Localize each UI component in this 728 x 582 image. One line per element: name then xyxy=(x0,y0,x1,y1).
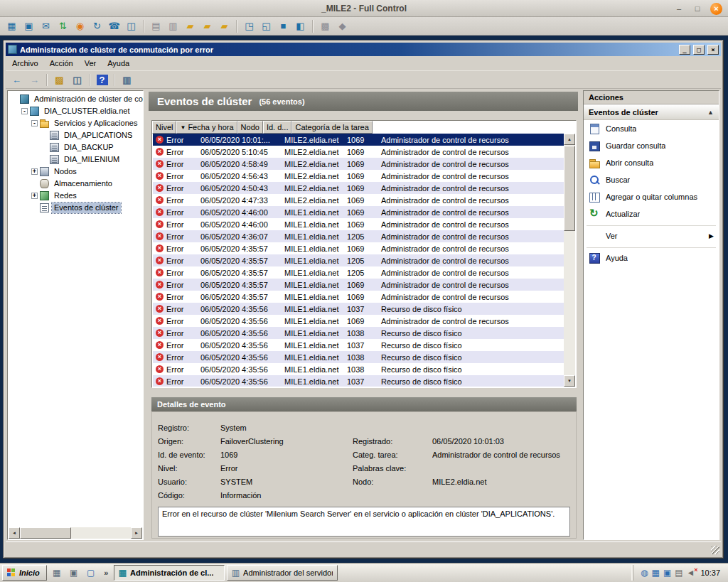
ver-menu[interactable]: Ver ▶ xyxy=(584,227,719,244)
viewer-close-button[interactable]: × xyxy=(710,3,722,15)
event-row[interactable]: Error 06/05/2020 4:35:56 MILE1.eldia.net… xyxy=(153,339,564,351)
tree-item[interactable]: Administración de clúster de conmu xyxy=(10,93,143,105)
event-row[interactable]: Error 06/05/2020 4:56:43 MILE2.eldia.net… xyxy=(153,170,564,182)
actions-group-header[interactable]: Eventos de clúster ▲ xyxy=(584,104,719,120)
event-row[interactable]: Error 06/05/2020 4:50:43 MILE2.eldia.net… xyxy=(153,182,564,194)
event-row[interactable]: Error 06/05/2020 4:35:56 MILE1.eldia.net… xyxy=(153,303,564,315)
column-header[interactable]: Nivel xyxy=(152,121,176,134)
column-header[interactable]: Categoría de la tarea xyxy=(291,121,372,134)
start-button[interactable]: Inicio xyxy=(2,565,47,581)
guardar-consulta-button[interactable]: Guardar consulta xyxy=(584,137,719,154)
column-header[interactable]: Nodo xyxy=(237,121,263,134)
event-row[interactable]: Error 06/05/2020 4:35:57 MILE1.eldia.net… xyxy=(153,266,564,279)
folder-lock-icon[interactable]: ▰ xyxy=(199,18,215,33)
power-icon[interactable]: ◉ xyxy=(72,18,88,33)
tree-item[interactable]: Redes xyxy=(10,190,143,202)
tree-expander[interactable] xyxy=(31,193,38,199)
scroll-up-icon[interactable] xyxy=(564,134,575,145)
export-list-icon[interactable]: ▨ xyxy=(51,72,68,87)
tree-item[interactable]: Eventos de clúster xyxy=(10,202,143,214)
security-shield-icon[interactable]: ◍ xyxy=(641,568,648,577)
printer-icon[interactable]: ▤ xyxy=(675,568,682,577)
tree-item[interactable]: Nodos xyxy=(10,166,143,178)
event-row[interactable]: Error 06/05/2020 4:35:56 MILE1.eldia.net… xyxy=(153,351,564,363)
tree-expander[interactable] xyxy=(31,168,38,175)
maximize-button[interactable]: □ xyxy=(693,45,705,55)
folder-open-icon[interactable]: ▰ xyxy=(182,18,198,33)
event-row[interactable]: Error 06/05/2020 4:35:57 MILE1.eldia.net… xyxy=(153,291,564,303)
tree-expander[interactable] xyxy=(31,120,38,126)
chat-icon[interactable]: ◫ xyxy=(123,18,139,33)
actualizar-button[interactable]: Actualizar xyxy=(584,205,719,222)
event-row[interactable]: Error 06/05/2020 4:35:56 MILE1.eldia.net… xyxy=(153,375,564,387)
clipboard-up-icon[interactable]: ▤ xyxy=(148,18,164,33)
close-button[interactable]: × xyxy=(707,45,719,55)
remote-viewer-icon[interactable]: ▦ xyxy=(49,566,65,580)
tree-item[interactable]: DIA_APLICATIONS xyxy=(10,129,143,141)
scroll-down-icon[interactable] xyxy=(564,375,575,387)
tree-item[interactable]: Servicios y Aplicaciones xyxy=(10,117,143,129)
network-places-icon[interactable]: ▣ xyxy=(66,566,82,580)
network-computers-icon[interactable]: ▦ xyxy=(652,568,660,577)
scroll-right-icon[interactable] xyxy=(131,527,142,539)
viewer-minimize-button[interactable]: – xyxy=(673,3,685,14)
viewer-maximize-button[interactable]: □ xyxy=(692,3,703,14)
window-titlebar[interactable]: Administración de clúster de conmutación… xyxy=(6,43,721,56)
back-icon[interactable]: ← xyxy=(9,72,25,87)
menu-item[interactable]: Acción xyxy=(44,57,79,70)
volume-muted-icon[interactable]: ◄ xyxy=(687,568,695,577)
event-row[interactable]: Error 06/05/2020 4:35:57 MILE1.eldia.net… xyxy=(153,279,564,291)
expand-screen-icon[interactable]: ◱ xyxy=(258,18,274,33)
monitor-mail-icon[interactable]: ✉ xyxy=(38,18,54,33)
menu-item[interactable]: Archivo xyxy=(6,57,44,70)
event-row[interactable]: Error 06/05/2020 4:35:57 MILE1.eldia.net… xyxy=(153,242,564,254)
fullscreen-icon[interactable]: ■ xyxy=(275,18,291,33)
tree-item[interactable]: Almacenamiento xyxy=(10,178,143,190)
event-row[interactable]: Error 06/05/2020 4:35:56 MILE1.eldia.net… xyxy=(153,315,564,327)
sync-icon[interactable]: ↻ xyxy=(89,18,105,33)
event-row[interactable]: Error 06/05/2020 4:58:49 MILE2.eldia.net… xyxy=(153,158,564,170)
help-icon[interactable]: ? xyxy=(94,72,110,87)
event-row[interactable]: Error 06/05/2020 4:35:56 MILE1.eldia.net… xyxy=(153,363,564,375)
event-row[interactable]: Error 06/05/2020 5:10:45 MILE2.eldia.net… xyxy=(153,146,564,158)
event-row[interactable]: Error 06/05/2020 4:47:33 MILE2.eldia.net… xyxy=(153,194,564,206)
taskbar-button-server-manager[interactable]: ▥ Administrador del servidor xyxy=(227,565,338,581)
menu-item[interactable]: Ver xyxy=(79,57,102,70)
menu-item[interactable]: Ayuda xyxy=(102,57,135,70)
consulta-button[interactable]: Consulta xyxy=(584,120,719,137)
tree-item[interactable]: DIA_MILENIUM xyxy=(10,153,143,166)
ayuda-button[interactable]: Ayuda xyxy=(584,249,719,266)
select-region-icon[interactable]: ◳ xyxy=(241,18,257,33)
event-row[interactable]: Error 06/05/2020 4:46:00 MILE1.eldia.net… xyxy=(153,218,564,230)
collapse-icon[interactable]: ▲ xyxy=(707,109,714,116)
scrollbar-thumb[interactable] xyxy=(20,527,71,539)
console-tree-icon[interactable]: ◫ xyxy=(69,72,85,87)
clipboard-down-icon[interactable]: ▥ xyxy=(165,18,181,33)
show-desktop-icon[interactable]: ▢ xyxy=(83,566,99,580)
buscar-button[interactable]: Buscar xyxy=(584,171,719,188)
panes-icon[interactable]: ▥ xyxy=(119,72,135,87)
lan-status-icon[interactable]: ▣ xyxy=(663,568,671,577)
event-row[interactable]: Error 06/05/2020 4:36:07 MILE1.eldia.net… xyxy=(153,230,564,242)
scroll-left-icon[interactable] xyxy=(9,527,20,539)
forward-icon[interactable]: → xyxy=(26,72,43,87)
tree-expander[interactable] xyxy=(21,108,28,114)
taskbar-button-cluster-admin[interactable]: ▦ Administración de cl... xyxy=(114,565,225,581)
tree-item[interactable]: DIA_CLUSTER.eldia.net xyxy=(10,105,143,117)
minimize-button[interactable]: _ xyxy=(679,45,690,55)
phone-icon[interactable]: ☎ xyxy=(106,18,122,33)
agregar-quitar-columnas-button[interactable]: Agregar o quitar columnas xyxy=(584,188,719,205)
tools-icon[interactable]: ◆ xyxy=(334,18,350,33)
event-message[interactable]: Error en el recurso de clúster 'Milenium… xyxy=(158,507,570,537)
file-transfer-icon[interactable]: ⇅ xyxy=(55,18,71,33)
abrir-consulta-button[interactable]: Abrir consulta xyxy=(584,154,719,171)
tree-horizontal-scrollbar[interactable] xyxy=(9,527,142,539)
column-header[interactable]: Id. d... xyxy=(263,121,292,134)
event-row[interactable]: Error 06/05/2020 4:46:00 MILE1.eldia.net… xyxy=(153,206,564,218)
folder-sync-icon[interactable]: ▰ xyxy=(216,18,232,33)
event-row[interactable]: Error 06/05/2020 4:35:57 MILE1.eldia.net… xyxy=(153,254,564,266)
quick-launch-overflow-button[interactable]: » xyxy=(101,566,112,580)
copy-screen-icon[interactable]: ▩ xyxy=(317,18,333,33)
column-header[interactable]: ▼ Fecha y hora xyxy=(176,121,237,134)
event-row[interactable]: Error 06/05/2020 10:01:... MILE2.eldia.n… xyxy=(153,134,564,146)
